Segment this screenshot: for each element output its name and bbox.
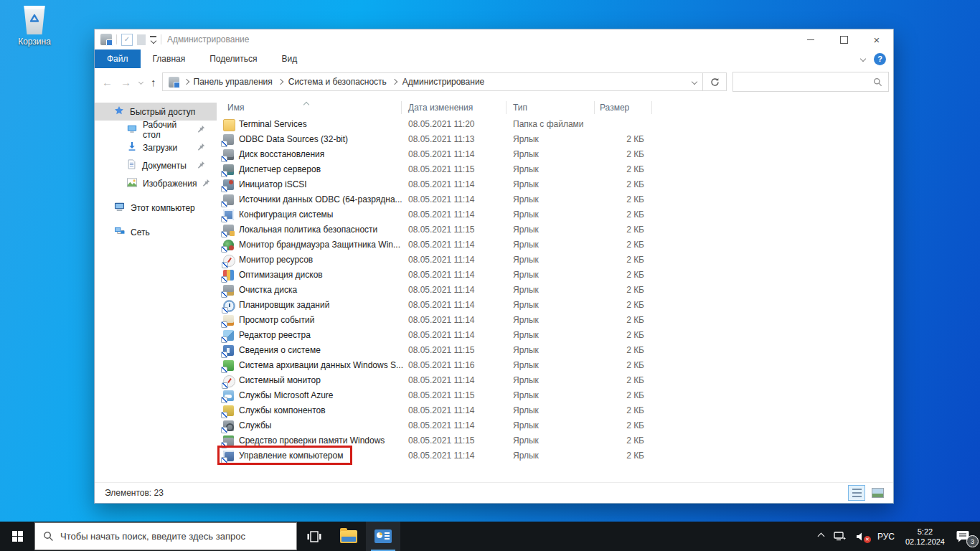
task-view-button[interactable] xyxy=(297,522,331,551)
sidebar-item-documents[interactable]: Документы xyxy=(95,156,217,174)
sidebar-item-downloads[interactable]: Загрузки xyxy=(95,138,217,156)
file-type: Ярлык xyxy=(513,330,539,340)
customize-toolbar-icon[interactable] xyxy=(150,36,156,43)
details-view-button[interactable] xyxy=(848,485,865,501)
file-date: 08.05.2021 11:14 xyxy=(408,405,475,415)
recycle-bin[interactable]: Корзина xyxy=(7,6,62,47)
breadcrumb-control-panel[interactable]: Панель управления xyxy=(194,77,273,87)
file-row[interactable]: Оптимизация дисков08.05.2021 11:14Ярлык2… xyxy=(217,268,893,283)
clock[interactable]: 5:22 02.12.2024 xyxy=(900,522,951,551)
file-name: Сведения о системе xyxy=(239,345,321,355)
sidebar-item-star[interactable]: Быстрый доступ xyxy=(95,103,217,121)
file-type: Ярлык xyxy=(513,255,539,265)
file-row[interactable]: Сведения о системе08.05.2021 11:15Ярлык2… xyxy=(217,343,893,358)
column-header-type[interactable]: Тип xyxy=(513,103,527,113)
file-row[interactable]: Источники данных ODBC (64-разрядна...08.… xyxy=(217,192,893,207)
file-name: Система архивации данных Windows S... xyxy=(239,360,403,370)
address-box[interactable]: Панель управления Система и безопасность… xyxy=(162,72,704,91)
admin-tools-window-button[interactable] xyxy=(366,522,400,551)
file-row[interactable]: Службы08.05.2021 11:14Ярлык2 КБ xyxy=(217,418,893,433)
column-header-date[interactable]: Дата изменения xyxy=(408,103,473,113)
recent-locations-icon[interactable] xyxy=(138,79,143,84)
sidebar-item-computer[interactable]: Этот компьютер xyxy=(95,199,217,217)
taskschd-icon xyxy=(223,300,235,312)
file-row[interactable]: Службы компонентов08.05.2021 11:14Ярлык2… xyxy=(217,403,893,418)
properties-icon[interactable]: ✓ xyxy=(121,34,133,46)
file-row[interactable]: Диск восстановления08.05.2021 11:14Ярлык… xyxy=(217,147,893,162)
new-folder-icon[interactable] xyxy=(137,34,146,45)
perfmon-icon xyxy=(223,375,235,387)
file-row[interactable]: Просмотр событий08.05.2021 11:14Ярлык2 К… xyxy=(217,313,893,328)
help-icon[interactable]: ? xyxy=(874,53,886,65)
show-hidden-icons-button[interactable] xyxy=(814,522,829,551)
file-type: Ярлык xyxy=(513,420,539,430)
file-row[interactable]: Система архивации данных Windows S...08.… xyxy=(217,358,893,373)
volume-muted-icon[interactable]: ✕ xyxy=(851,522,872,551)
status-bar: Элементов: 23 xyxy=(95,482,893,503)
collapse-ribbon-icon[interactable] xyxy=(860,56,866,62)
desktop-icon xyxy=(127,123,137,136)
network-icon[interactable] xyxy=(829,522,851,551)
admin-tools-app-icon[interactable] xyxy=(100,34,112,45)
language-indicator[interactable]: РУС xyxy=(872,522,900,551)
file-date: 08.05.2021 11:15 xyxy=(408,435,475,446)
column-header-name[interactable]: Имя xyxy=(227,103,244,113)
file-type: Ярлык xyxy=(513,209,539,220)
comexp-icon xyxy=(223,405,234,416)
file-row[interactable]: Управление компьютером08.05.2021 11:14Яр… xyxy=(217,448,893,463)
breadcrumb-system-security[interactable]: Система и безопасность xyxy=(288,77,387,87)
file-date: 08.05.2021 11:15 xyxy=(408,225,475,235)
explorer-search-input[interactable] xyxy=(739,76,873,88)
maximize-button[interactable] xyxy=(827,29,860,50)
file-row[interactable]: Службы Microsoft Azure08.05.2021 11:15Яр… xyxy=(217,388,893,403)
sidebar-item-label: Сеть xyxy=(131,227,150,237)
backup-icon xyxy=(223,360,234,371)
explorer-search-box[interactable] xyxy=(732,72,889,92)
file-type: Ярлык xyxy=(513,270,539,280)
breadcrumb-administration[interactable]: Администрирование xyxy=(402,77,484,87)
file-explorer-button[interactable] xyxy=(331,522,366,551)
file-row[interactable]: Монитор ресурсов08.05.2021 11:14Ярлык2 К… xyxy=(217,253,893,268)
file-row[interactable]: Конфигурация системы08.05.2021 11:14Ярлы… xyxy=(217,207,893,222)
action-center-button[interactable]: 3 xyxy=(951,522,979,551)
refresh-button[interactable] xyxy=(703,72,727,91)
column-header-size[interactable]: Размер xyxy=(600,103,629,113)
tab-home[interactable]: Главная xyxy=(141,50,198,68)
file-row[interactable]: Очистка диска08.05.2021 11:14Ярлык2 КБ xyxy=(217,283,893,298)
firewall-icon xyxy=(223,240,234,250)
file-row[interactable]: ODBC Data Sources (32-bit)08.05.2021 11:… xyxy=(217,132,893,147)
file-row[interactable]: Редактор реестра08.05.2021 11:14Ярлык2 К… xyxy=(217,328,893,343)
sidebar-item-desktop[interactable]: Рабочий стол xyxy=(95,121,217,138)
forward-button[interactable]: → xyxy=(121,76,131,88)
sidebar-item-pictures[interactable]: Изображения xyxy=(95,174,217,192)
file-row[interactable]: Монитор брандмауэра Защитника Win...08.0… xyxy=(217,237,893,253)
file-name: Конфигурация системы xyxy=(239,209,333,220)
file-row[interactable]: Планировщик заданий08.05.2021 11:14Ярлык… xyxy=(217,298,893,313)
file-row[interactable]: Диспетчер серверов08.05.2021 11:15Ярлык2… xyxy=(217,162,893,177)
tab-view[interactable]: Вид xyxy=(269,50,309,68)
recovery-icon xyxy=(223,149,234,160)
start-button[interactable] xyxy=(0,522,34,551)
sort-ascending-icon xyxy=(303,102,309,108)
ribbon-tabs: Файл Главная Поделиться Вид ? xyxy=(95,50,893,68)
file-row[interactable]: Инициатор iSCSI08.05.2021 11:14Ярлык2 КБ xyxy=(217,177,893,192)
file-size: 2 КБ xyxy=(561,300,644,310)
file-row[interactable]: Terminal Services08.05.2021 11:20Папка с… xyxy=(217,117,893,132)
sidebar-item-label: Этот компьютер xyxy=(131,203,195,213)
file-row[interactable]: Локальная политика безопасности08.05.202… xyxy=(217,222,893,237)
taskbar-search-box[interactable]: Чтобы начать поиск, введите здесь запрос xyxy=(34,522,297,550)
close-button[interactable]: × xyxy=(860,29,893,50)
up-button[interactable]: ↑ xyxy=(151,76,156,88)
minimize-button[interactable] xyxy=(794,29,827,50)
tab-file[interactable]: Файл xyxy=(95,50,141,68)
tab-share[interactable]: Поделиться xyxy=(197,50,269,68)
file-type: Ярлык xyxy=(513,451,539,461)
address-dropdown-icon[interactable] xyxy=(692,79,697,85)
thumbnails-view-button[interactable] xyxy=(869,485,886,501)
services-icon xyxy=(223,420,234,431)
file-date: 08.05.2021 11:14 xyxy=(408,315,475,325)
back-button[interactable]: ← xyxy=(102,76,113,88)
file-row[interactable]: Системный монитор08.05.2021 11:14Ярлык2 … xyxy=(217,373,893,388)
sidebar-item-network[interactable]: Сеть xyxy=(95,223,217,241)
file-type: Ярлык xyxy=(513,134,539,144)
